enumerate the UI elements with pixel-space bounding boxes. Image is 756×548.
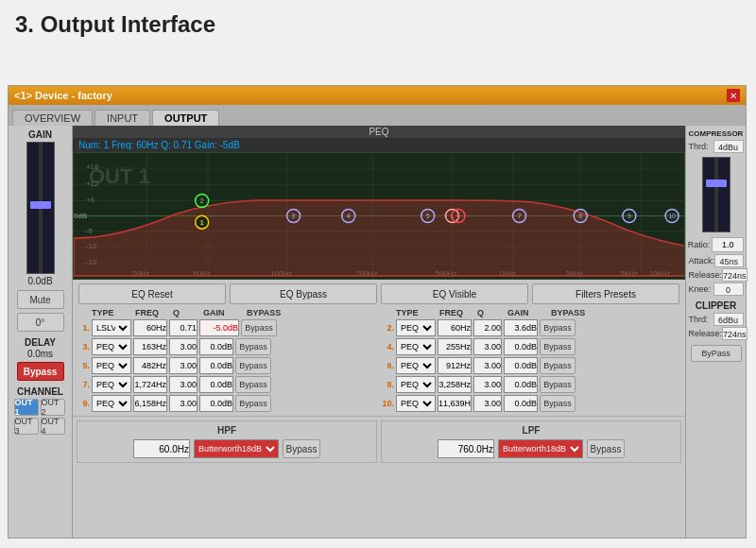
gain-value: 0.0dB — [27, 276, 52, 286]
eq-buttons-row: EQ Reset EQ Bypass EQ Visible Filters Pr… — [73, 280, 685, 308]
eq-row-7-q[interactable] — [169, 376, 198, 393]
eq-row-8-gain[interactable] — [504, 376, 538, 393]
eq-row-9-bypass[interactable]: Bypass — [235, 395, 271, 412]
delay-value: 0.0ms — [25, 349, 56, 359]
eq-row-6-gain[interactable] — [504, 357, 538, 374]
hpf-bypass-button[interactable]: Bypass — [283, 439, 320, 458]
eq-row-7-gain[interactable] — [199, 376, 233, 393]
eq-row-7-freq[interactable] — [133, 376, 167, 393]
channel-out2[interactable]: OUT 2 — [41, 399, 65, 416]
eq-row-4-bypass[interactable]: Bypass — [540, 338, 576, 355]
eq-row-6-q[interactable] — [473, 357, 502, 374]
clipper-label: CLIPPER — [696, 300, 736, 311]
eq-row-8-q[interactable] — [473, 376, 502, 393]
eq-row-8-bypass[interactable]: Bypass — [540, 376, 576, 393]
phase-button[interactable]: 0° — [17, 313, 64, 332]
hpf-type-select[interactable]: Butterworth18dB — [194, 439, 279, 458]
eq-row-8-type[interactable]: PEQ — [396, 376, 436, 393]
compressor-bypass-button[interactable]: ByPass — [691, 345, 742, 362]
eq-row-4-type[interactable]: PEQ — [396, 338, 436, 355]
channel-out4[interactable]: OUT 4 — [41, 418, 65, 435]
eq-bypass-button[interactable]: EQ Bypass — [230, 283, 377, 304]
eq-row-7-bypass[interactable]: Bypass — [235, 376, 271, 393]
eq-row-4-gain[interactable] — [504, 338, 538, 355]
eq-row-3-freq[interactable] — [133, 338, 167, 355]
eq-row-10-type[interactable]: PEQ — [396, 395, 436, 412]
eq-row-2-gain[interactable] — [504, 319, 538, 336]
eq-row-1-freq[interactable] — [133, 319, 167, 336]
eq-row-9-q[interactable] — [169, 395, 198, 412]
clip-thrd-value: 6dBu — [713, 313, 744, 326]
eq-row-1-type[interactable]: LSLV — [92, 319, 131, 336]
eq-row-1-q[interactable] — [169, 319, 198, 336]
compressor-label: COMPRESSOR — [689, 129, 744, 138]
eq-row-3-q[interactable] — [169, 338, 198, 355]
comp-fader-handle[interactable] — [706, 180, 727, 187]
eq-row-10-gain[interactable] — [504, 395, 538, 412]
knee-value: 0 — [713, 283, 744, 296]
eq-row-5: 5. PEQ Bypass — [77, 357, 377, 374]
eq-row-10-freq[interactable] — [438, 395, 472, 412]
device-window: <1> Device - factory ✕ OVERVIEW INPUT OU… — [8, 85, 747, 539]
eq-row-5-num: 5. — [77, 361, 90, 370]
eq-row-2-q[interactable] — [473, 319, 502, 336]
svg-text:7: 7 — [518, 213, 522, 219]
ratio-input[interactable] — [712, 237, 744, 252]
tab-output[interactable]: OUTPUT — [152, 110, 219, 126]
fader-handle[interactable] — [30, 201, 51, 209]
thrd-label: Thrd: — [689, 142, 709, 151]
svg-text:8: 8 — [578, 213, 582, 219]
eq-row-3-bypass[interactable]: Bypass — [235, 338, 271, 355]
eq-row-2-freq[interactable] — [438, 319, 472, 336]
lpf-freq-input[interactable] — [438, 439, 494, 458]
eq-row-5-gain[interactable] — [199, 357, 233, 374]
eq-row-10-bypass[interactable]: Bypass — [540, 395, 576, 412]
eq-row-6-freq[interactable] — [438, 357, 472, 374]
svg-text:+6: +6 — [86, 196, 95, 204]
filters-presets-button[interactable]: Filters Presets — [532, 283, 679, 304]
eq-row-5-type[interactable]: PEQ — [92, 357, 131, 374]
eq-row-3-type[interactable]: PEQ — [92, 338, 131, 355]
eq-row-9-freq[interactable] — [133, 395, 167, 412]
right-sidebar: COMPRESSOR Thrd: 4dBu Ratio: Attack: 45n… — [685, 126, 746, 538]
eq-row-7: 7. PEQ Bypass — [77, 376, 377, 393]
eq-row-5-q[interactable] — [169, 357, 198, 374]
lpf-type-select[interactable]: Butterworth18dB — [498, 439, 583, 458]
eq-row-2-bypass[interactable]: Bypass — [540, 319, 576, 336]
eq-visible-button[interactable]: EQ Visible — [381, 283, 528, 304]
eq-row-5-freq[interactable] — [133, 357, 167, 374]
release-label: Release: — [689, 270, 723, 280]
mute-button[interactable]: Mute — [17, 290, 64, 309]
eq-row-6-type[interactable]: PEQ — [396, 357, 436, 374]
filter-section: HPF Butterworth18dB Bypass LPF But — [73, 416, 685, 467]
eq-row-9-type[interactable]: PEQ — [92, 395, 131, 412]
delay-section: DELAY 0.0ms — [25, 337, 56, 360]
eq-reset-button[interactable]: EQ Reset — [78, 283, 226, 304]
channel-out3[interactable]: OUT 3 — [14, 418, 39, 435]
eq-row-3-gain[interactable] — [199, 338, 233, 355]
eq-row-3: 3. PEQ Bypass — [77, 338, 377, 355]
eq-row-6-bypass[interactable]: Bypass — [540, 357, 576, 374]
eq-row-10-q[interactable] — [473, 395, 502, 412]
lpf-bypass-button[interactable]: Bypass — [587, 439, 625, 458]
eq-row-4-q[interactable] — [473, 338, 502, 355]
clip-release-value: 724ns — [722, 327, 747, 340]
page-title: 3. Output Interface — [0, 0, 756, 45]
bypass-button[interactable]: Bypass — [17, 362, 64, 381]
channel-out1[interactable]: OUT 1 — [14, 399, 39, 416]
eq-row-2-type[interactable]: PEQ — [396, 319, 436, 336]
eq-row-7-type[interactable]: PEQ — [92, 376, 131, 393]
eq-row-5-bypass[interactable]: Bypass — [235, 357, 271, 374]
thrd-value: 4dBu — [713, 140, 744, 153]
eq-row-8-freq[interactable] — [438, 376, 472, 393]
eq-row-4-freq[interactable] — [438, 338, 472, 355]
eq-row-1-bypass[interactable]: Bypass — [241, 319, 277, 336]
tab-input[interactable]: INPUT — [94, 110, 150, 126]
eq-row-9-gain[interactable] — [199, 395, 233, 412]
close-button[interactable]: ✕ — [727, 89, 740, 102]
hpf-freq-input[interactable] — [133, 439, 190, 458]
tab-overview[interactable]: OVERVIEW — [12, 110, 93, 126]
eq-row-1-gain[interactable] — [199, 319, 239, 336]
out-label: OUT 1 — [89, 164, 150, 189]
eq-row-3-num: 3. — [77, 342, 90, 351]
